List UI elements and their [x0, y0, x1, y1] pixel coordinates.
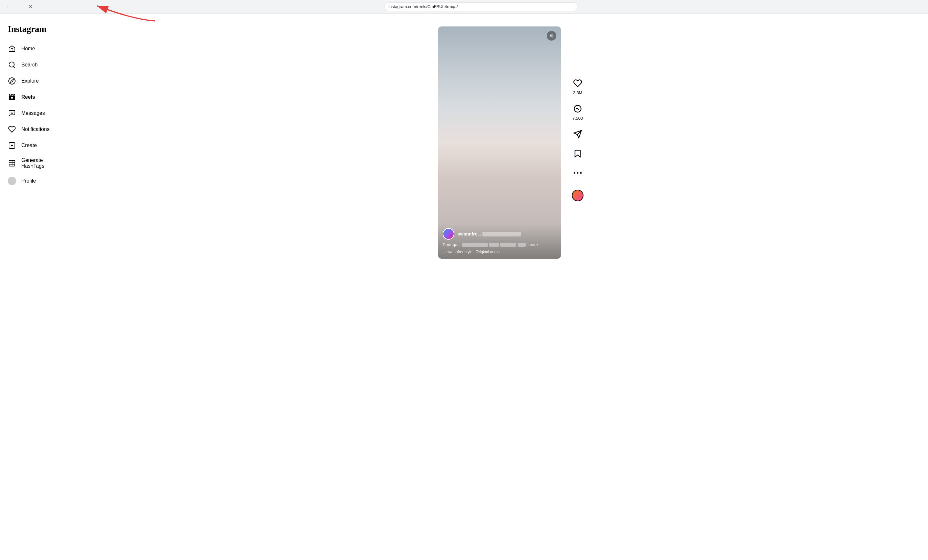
- sidebar-item-reels[interactable]: Reels: [4, 89, 67, 105]
- svg-point-22: [580, 172, 582, 174]
- home-label: Home: [21, 46, 35, 52]
- svg-rect-6: [9, 96, 15, 96]
- explore-label: Explore: [21, 78, 39, 84]
- reel-username: swannfre...: [458, 231, 556, 236]
- caption-text: Portuga...: [443, 242, 461, 247]
- share-button[interactable]: [572, 128, 583, 140]
- url-text: instagram.com/reels/CmFBUh4rmqa/: [388, 4, 574, 9]
- profile-avatar: [8, 177, 16, 185]
- notifications-label: Notifications: [21, 126, 49, 132]
- svg-point-7: [11, 97, 13, 99]
- reel-user-row: swannfre...: [443, 228, 556, 240]
- reel-actions: 2.3M 7,500: [572, 78, 583, 201]
- audio-note: ♪: [443, 250, 445, 254]
- reel-container: swannfre... Portuga... more ♪: [438, 26, 561, 259]
- more-icon: [572, 167, 583, 179]
- reel-username-text: swannfre...: [458, 231, 481, 236]
- caption-blur-2: [489, 243, 499, 247]
- comment-icon: [572, 103, 583, 114]
- reload-button[interactable]: ✕: [26, 2, 35, 11]
- audio-text: swannfreestyle · Original audio: [447, 250, 499, 254]
- like-button[interactable]: 2.3M: [572, 78, 583, 95]
- reels-icon: [8, 93, 16, 101]
- messages-icon: [8, 109, 16, 117]
- home-icon: [8, 44, 16, 53]
- sidebar-item-hashtags[interactable]: Generate HashTags: [4, 154, 67, 173]
- comment-count: 7,500: [572, 116, 583, 121]
- search-icon: [8, 61, 16, 69]
- instagram-logo: Instagram: [4, 20, 67, 41]
- svg-point-20: [574, 172, 575, 174]
- svg-rect-12: [9, 160, 15, 166]
- reel-caption: Portuga... more: [443, 242, 556, 247]
- reels-label: Reels: [21, 94, 35, 100]
- svg-marker-4: [11, 80, 13, 82]
- svg-point-8: [12, 113, 12, 113]
- sidebar-item-home[interactable]: Home: [4, 41, 67, 57]
- main-content: swannfre... Portuga... more ♪: [71, 14, 928, 560]
- search-label: Search: [21, 62, 38, 68]
- app-layout: Instagram Home Search: [0, 14, 928, 560]
- svg-point-3: [9, 78, 15, 84]
- reel-user-avatar: [443, 228, 454, 240]
- reel-overlay: swannfre... Portuga... more ♪: [438, 224, 561, 259]
- more-options-button[interactable]: [572, 167, 583, 179]
- heart-icon: [572, 78, 583, 89]
- url-bar[interactable]: instagram.com/reels/CmFBUh4rmqa/: [384, 2, 578, 11]
- next-reel-avatar[interactable]: [572, 190, 583, 201]
- explore-icon: [8, 77, 16, 85]
- sidebar-item-messages[interactable]: Messages: [4, 105, 67, 121]
- sidebar-item-create[interactable]: Create: [4, 137, 67, 154]
- sidebar-item-explore[interactable]: Explore: [4, 73, 67, 89]
- messages-label: Messages: [21, 110, 45, 116]
- forward-button[interactable]: →: [15, 2, 24, 11]
- caption-blur-3: [500, 243, 516, 247]
- share-icon: [572, 128, 583, 140]
- create-icon: [8, 141, 16, 150]
- sidebar: Instagram Home Search: [0, 14, 71, 560]
- save-button[interactable]: [572, 148, 583, 159]
- svg-point-21: [577, 172, 578, 174]
- mute-button[interactable]: [546, 31, 556, 41]
- sidebar-item-profile[interactable]: Profile: [4, 173, 67, 189]
- svg-line-2: [14, 67, 15, 68]
- svg-point-1: [9, 62, 14, 67]
- reel-username-blur: [482, 232, 521, 236]
- notifications-icon: [8, 125, 16, 134]
- caption-blur-1: [462, 243, 488, 247]
- create-label: Create: [21, 143, 37, 148]
- hashtags-label: Generate HashTags: [21, 157, 63, 169]
- sidebar-item-search[interactable]: Search: [4, 57, 67, 73]
- hashtag-icon: [8, 159, 16, 167]
- profile-label: Profile: [21, 178, 36, 184]
- browser-nav-buttons: ← → ✕: [4, 2, 35, 11]
- bookmark-icon: [572, 148, 583, 159]
- more-text[interactable]: more: [528, 242, 538, 247]
- reel-audio: ♪ swannfreestyle · Original audio: [443, 250, 556, 254]
- back-button[interactable]: ←: [4, 2, 13, 11]
- comment-button[interactable]: 7,500: [572, 103, 583, 121]
- caption-blur-4: [517, 243, 526, 247]
- browser-bar: ← → ✕ instagram.com/reels/CmFBUh4rmqa/: [0, 0, 928, 14]
- sidebar-item-notifications[interactable]: Notifications: [4, 121, 67, 137]
- reel-player-wrapper: swannfre... Portuga... more ♪: [438, 20, 561, 259]
- like-count: 2.3M: [573, 90, 583, 95]
